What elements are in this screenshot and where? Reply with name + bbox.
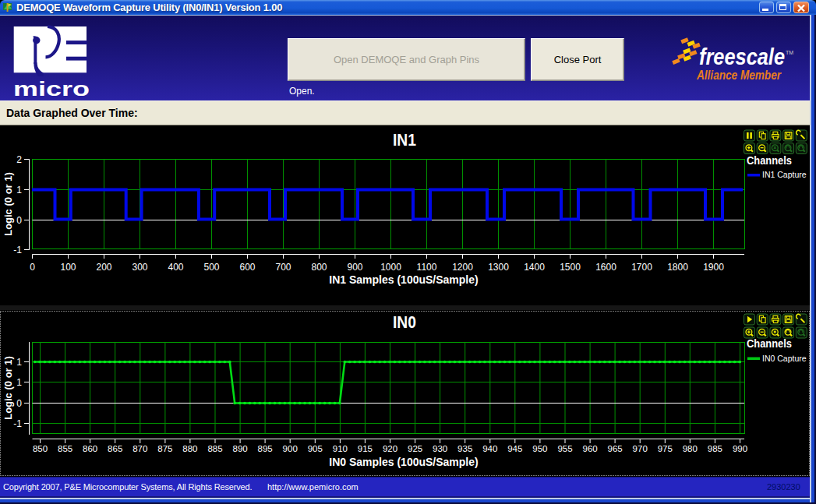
svg-text:Logic (0 or 1): Logic (0 or 1) [2,356,14,420]
svg-text:895: 895 [258,444,273,453]
svg-text:905: 905 [308,444,323,453]
svg-text:975: 975 [658,444,673,453]
svg-text:TM: TM [786,50,793,55]
svg-text:400: 400 [168,262,183,273]
svg-text:960: 960 [583,444,598,453]
svg-text:IN1: IN1 [393,130,416,150]
svg-text:920: 920 [383,444,397,453]
svg-text:1800: 1800 [667,262,688,273]
svg-text:875: 875 [157,444,172,453]
svg-text:940: 940 [482,444,497,453]
svg-text:700: 700 [275,262,291,273]
svg-text:950: 950 [532,444,547,453]
svg-text:885: 885 [207,444,222,453]
svg-text:915: 915 [358,444,373,453]
svg-text:860: 860 [83,444,97,453]
svg-text:1900: 1900 [703,262,724,273]
svg-text:930: 930 [433,444,447,453]
svg-text:IN0 Samples (100uS/Sample): IN0 Samples (100uS/Sample) [329,456,478,468]
svg-text:910: 910 [333,444,348,453]
svg-text:IN1 Samples (100uS/Sample): IN1 Samples (100uS/Sample) [329,273,478,286]
svg-text:Channels: Channels [747,337,792,350]
svg-text:0: 0 [16,398,22,409]
svg-text:-1: -1 [13,418,22,429]
svg-text:855: 855 [58,444,72,453]
svg-text:1000: 1000 [380,262,401,273]
svg-text:970: 970 [633,444,648,453]
svg-text:890: 890 [233,444,248,453]
svg-text:1: 1 [16,357,22,368]
svg-text:1400: 1400 [524,262,545,273]
svg-text:IN0: IN0 [393,312,416,332]
svg-text:IN0 Capture: IN0 Capture [762,354,807,363]
svg-text:935: 935 [457,444,472,453]
svg-text:freescale: freescale [699,44,785,69]
svg-text:965: 965 [608,444,623,453]
svg-text:1300: 1300 [488,262,509,273]
svg-text:0: 0 [16,215,22,226]
svg-text:1100: 1100 [417,262,437,273]
svg-text:945: 945 [507,444,522,453]
svg-text:500: 500 [203,262,219,273]
svg-text:2: 2 [16,154,22,165]
svg-text:990: 990 [733,444,747,453]
svg-text:865: 865 [108,444,122,453]
svg-text:100: 100 [60,262,76,273]
svg-text:1200: 1200 [452,262,473,273]
svg-text:200: 200 [96,262,111,273]
svg-text:985: 985 [708,444,722,453]
svg-text:micro: micro [13,77,90,100]
svg-text:IN1 Capture: IN1 Capture [762,170,807,179]
svg-text:850: 850 [33,444,48,453]
svg-text:880: 880 [182,444,197,453]
svg-text:925: 925 [408,444,422,453]
svg-text:Logic (0 or 1): Logic (0 or 1) [2,172,14,236]
svg-text:870: 870 [132,444,147,453]
svg-text:Alliance Member: Alliance Member [696,68,782,83]
svg-text:955: 955 [557,444,572,453]
svg-text:1: 1 [16,377,22,388]
svg-text:980: 980 [683,444,698,453]
svg-text:Channels: Channels [747,154,792,167]
svg-text:1600: 1600 [595,262,616,273]
svg-text:900: 900 [283,444,298,453]
svg-text:1500: 1500 [560,262,581,273]
svg-text:-1: -1 [13,245,22,256]
svg-text:1: 1 [16,185,22,196]
svg-text:600: 600 [239,262,255,273]
svg-text:300: 300 [132,262,147,273]
svg-text:1700: 1700 [631,262,652,273]
svg-text:0: 0 [30,262,35,273]
svg-text:800: 800 [311,262,327,273]
svg-text:900: 900 [347,262,362,273]
